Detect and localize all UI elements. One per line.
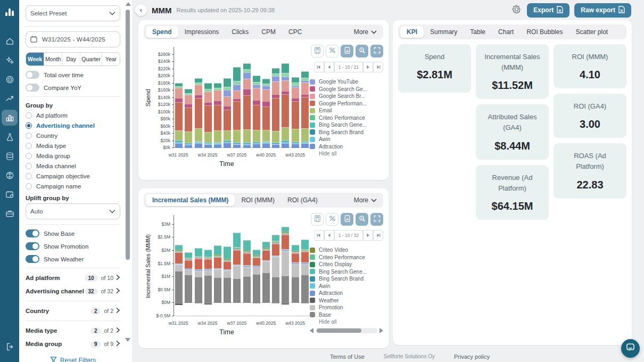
last-page-button[interactable]	[373, 62, 383, 72]
group-by-option-advertising-channel[interactable]: Advertising channel	[26, 122, 120, 129]
group-by-option-media-group[interactable]: Media group	[26, 153, 120, 159]
group-by-option-media-channel[interactable]: Media channel	[26, 163, 120, 169]
legend-item[interactable]: Google Search Br...	[310, 93, 383, 99]
stacked-bar[interactable]	[301, 47, 309, 148]
database-icon[interactable]	[2, 148, 18, 164]
stacked-bar[interactable]	[262, 215, 270, 316]
stacked-bar[interactable]	[243, 215, 251, 316]
legend-item[interactable]: Criteo Performance	[310, 115, 383, 121]
reset-filters-button[interactable]: Reset Filters	[26, 356, 120, 362]
stacked-bar[interactable]	[233, 47, 241, 148]
stacked-bar[interactable]	[185, 47, 192, 148]
radio-button[interactable]	[26, 122, 32, 129]
fullscreen-button[interactable]	[370, 45, 383, 57]
stacked-bar[interactable]	[214, 215, 221, 316]
legend-item[interactable]: Awin	[310, 136, 383, 142]
tab-cpc[interactable]: CPC	[282, 26, 308, 38]
target-icon[interactable]	[2, 71, 18, 87]
first-page-button[interactable]	[314, 62, 324, 72]
stacked-bar[interactable]	[233, 215, 241, 316]
stacked-bar[interactable]	[175, 215, 183, 316]
stacked-bar[interactable]	[262, 47, 270, 148]
dimension-filter-ad-platform[interactable]: Ad platform10of 10	[26, 274, 120, 282]
prev-page-button[interactable]	[324, 230, 334, 241]
calculator-button[interactable]	[311, 45, 324, 57]
granularity-year[interactable]: Year	[102, 53, 120, 65]
stacked-bar[interactable]	[243, 47, 251, 148]
time-option-toggle[interactable]	[26, 84, 39, 92]
preset-select[interactable]: Select Preset	[26, 5, 120, 21]
show-option-toggle[interactable]	[26, 229, 39, 237]
group-by-option-media-type[interactable]: Media type	[26, 143, 120, 149]
logout-icon[interactable]	[2, 339, 18, 355]
barchart-icon[interactable]	[2, 110, 18, 126]
legend-item[interactable]: Google YouTube	[310, 79, 383, 85]
radio-button[interactable]	[26, 112, 32, 119]
stacked-bar[interactable]	[301, 215, 309, 316]
radio-button[interactable]	[26, 153, 32, 159]
home-icon[interactable]	[2, 33, 18, 49]
collapse-panel-button[interactable]: ‹	[135, 4, 147, 16]
settings-gear-icon[interactable]	[512, 5, 521, 16]
sparkles-icon[interactable]	[2, 52, 18, 68]
kpi-tab-kpi[interactable]: KPI	[400, 26, 424, 38]
radio-button[interactable]	[26, 143, 32, 149]
tab-roi-ga4-[interactable]: ROI (GA4)	[281, 194, 324, 206]
percent-button[interactable]	[326, 213, 338, 226]
legend-item[interactable]: Google Performan...	[310, 101, 383, 106]
trend-icon[interactable]	[2, 90, 18, 106]
legend-item[interactable]: Criteo Video	[310, 247, 383, 253]
prev-page-button[interactable]	[324, 62, 334, 72]
radio-button[interactable]	[26, 183, 32, 190]
export-button[interactable]: Export	[527, 3, 569, 18]
scroll-down-arrow-icon[interactable]	[125, 338, 130, 342]
legend-item[interactable]: Criteo Performance	[310, 254, 383, 260]
stacked-bar[interactable]	[272, 215, 279, 316]
brain-icon[interactable]	[2, 167, 18, 183]
legend-item[interactable]: Email	[310, 108, 383, 113]
tab-roi-mmm-[interactable]: ROI (MMM)	[235, 194, 281, 206]
legend-item[interactable]: Bing Search Brand	[310, 276, 383, 282]
privacy-policy-link[interactable]: Privacy policy	[454, 353, 490, 360]
chat-widget-button[interactable]	[621, 339, 640, 358]
legend-item[interactable]: Criteo Display	[310, 261, 383, 267]
flask-icon[interactable]	[2, 129, 18, 145]
radio-button[interactable]	[26, 163, 32, 169]
more-menu-button[interactable]: More	[354, 196, 381, 204]
group-by-option-ad-platform[interactable]: Ad platform	[26, 112, 120, 119]
stacked-bar[interactable]	[204, 47, 212, 148]
legend-item[interactable]: Bing Search Gene...	[310, 269, 383, 275]
tab-incremental-sales-mmm-[interactable]: Incremental Sales (MMM)	[146, 194, 235, 206]
stacked-bar[interactable]	[195, 215, 202, 316]
scroll-right-arrow-icon[interactable]	[379, 328, 383, 333]
first-page-button[interactable]	[314, 230, 324, 241]
uplift-select[interactable]: Auto	[26, 203, 120, 219]
kpi-tab-chart[interactable]: Chart	[492, 26, 520, 38]
granularity-month[interactable]: Month	[44, 53, 62, 65]
tab-spend[interactable]: Spend	[146, 26, 178, 38]
legend-item[interactable]: Promotion	[310, 305, 383, 310]
stacked-bar[interactable]	[292, 47, 299, 148]
calendar-icon[interactable]	[2, 186, 18, 202]
radio-button[interactable]	[26, 133, 32, 139]
dimension-filter-media-group[interactable]: Media group9of 9	[26, 340, 120, 348]
legend-item[interactable]: Weather	[310, 298, 383, 303]
calculator-button[interactable]	[311, 213, 324, 226]
kpi-tab-table[interactable]: Table	[464, 26, 492, 38]
stacked-bar[interactable]	[185, 215, 192, 316]
briefcase-icon[interactable]	[2, 205, 18, 221]
granularity-week[interactable]: Week	[26, 53, 44, 65]
zoom-search-button[interactable]	[356, 213, 368, 226]
legend-item[interactable]: Google Search Ge...	[310, 86, 383, 92]
granularity-quarter[interactable]: Quarter	[80, 53, 102, 65]
date-range-input[interactable]: W31/2025 - W44/2025	[26, 31, 120, 47]
next-page-button[interactable]	[363, 230, 373, 241]
legend-item[interactable]: Adtraction	[310, 144, 383, 150]
kpi-tab-roi-bubbles[interactable]: ROI Bubbles	[520, 26, 569, 38]
next-page-button[interactable]	[363, 62, 373, 72]
tab-clicks[interactable]: Clicks	[225, 26, 255, 38]
stacked-bar[interactable]	[282, 215, 289, 316]
report-button[interactable]	[341, 213, 353, 226]
legend-item[interactable]: Awin	[310, 283, 383, 289]
report-button[interactable]	[341, 45, 353, 57]
